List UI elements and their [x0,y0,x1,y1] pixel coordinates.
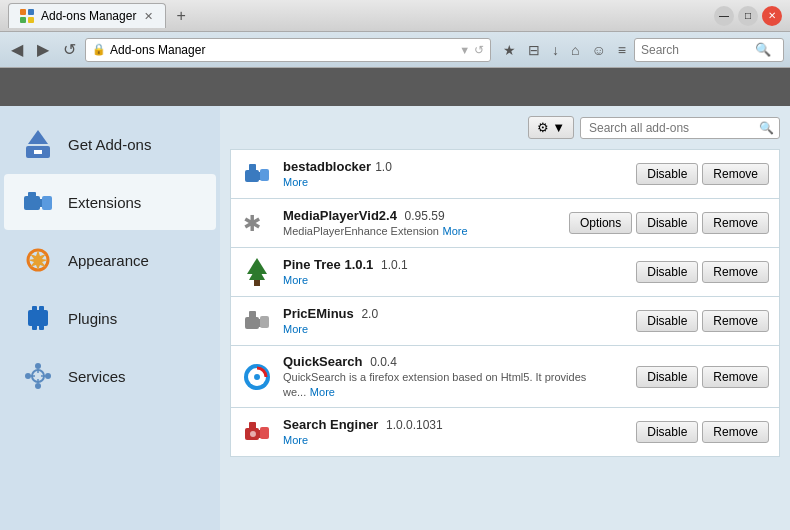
forward-button[interactable]: ▶ [32,38,54,61]
addon-actions-searchenginer: Disable Remove [636,421,769,443]
svg-rect-7 [24,196,40,210]
addon-desc-mediaplayervid: MediaPlayerEnhance Extension [283,225,439,237]
sidebar-item-appearance[interactable]: Appearance [4,232,216,288]
remove-button-bestadblocker[interactable]: Remove [702,163,769,185]
new-tab-button[interactable]: + [170,5,191,27]
maximize-button[interactable]: □ [738,6,758,26]
sidebar-item-services[interactable]: Services [4,348,216,404]
svg-rect-44 [249,422,256,429]
home-icon[interactable]: ⌂ [567,40,583,60]
remove-button-searchenginer[interactable]: Remove [702,421,769,443]
smiley-icon[interactable]: ☺ [588,40,610,60]
sidebar-item-plugins[interactable]: Plugins [4,290,216,346]
disable-button-searchenginer[interactable]: Disable [636,421,698,443]
addon-actions-bestadblocker: Disable Remove [636,163,769,185]
svg-point-40 [254,374,260,380]
tab-label: Add-ons Manager [41,9,136,23]
table-row: PricEMinus 2.0 More Disable Remove [230,296,780,345]
svg-text:✱: ✱ [243,211,261,236]
svg-point-20 [25,373,31,379]
svg-rect-36 [260,316,269,328]
svg-rect-12 [28,310,48,326]
remove-button-quicksearch[interactable]: Remove [702,366,769,388]
svg-point-19 [35,383,41,389]
disable-button-pinetree[interactable]: Disable [636,261,698,283]
sidebar-item-get-addons-label: Get Add-ons [68,136,151,153]
table-row: bestadblocker1.0 More Disable Remove [230,149,780,198]
svg-marker-5 [28,130,48,144]
addon-actions-mediaplayervid: Options Disable Remove [569,212,769,234]
window-controls: — □ ✕ [714,6,782,26]
nav-search-input[interactable] [641,43,751,57]
addon-more-mediaplayervid[interactable]: More [443,225,468,237]
download-icon[interactable]: ↓ [548,40,563,60]
disable-button-bestadblocker[interactable]: Disable [636,163,698,185]
svg-point-18 [35,363,41,369]
addon-name-quicksearch: QuickSearch 0.0.4 [283,354,626,369]
sidebar-item-get-addons[interactable]: Get Add-ons [4,116,216,172]
nav-search-icon[interactable]: 🔍 [755,42,771,57]
get-addons-icon [20,126,56,162]
addons-search-input[interactable] [580,117,780,139]
tab-close-button[interactable]: ✕ [142,10,155,23]
sidebar-item-plugins-label: Plugins [68,310,117,327]
disable-button-mediaplayervid[interactable]: Disable [636,212,698,234]
svg-point-45 [250,431,256,437]
menu-icon[interactable]: ≡ [614,40,630,60]
addon-icon-bestadblocker [241,158,273,190]
svg-rect-26 [245,170,259,182]
browser-tab[interactable]: Add-ons Manager ✕ [8,3,166,28]
back-button[interactable]: ◀ [6,38,28,61]
addon-info-quicksearch: QuickSearch 0.0.4 QuickSearch is a firef… [283,354,626,399]
tab-icon [19,8,35,24]
addon-more-priceminus[interactable]: More [283,323,308,335]
addons-search-wrapper: 🔍 [580,117,780,139]
addon-info-searchenginer: Search Enginer 1.0.0.1031 More [283,417,626,447]
minimize-button[interactable]: — [714,6,734,26]
appearance-icon [20,242,56,278]
disable-button-quicksearch[interactable]: Disable [636,366,698,388]
address-bar[interactable]: 🔒 ▼ ↺ [85,38,491,62]
content-area: ⚙ ▼ 🔍 [220,106,790,530]
svg-rect-16 [39,324,44,330]
remove-button-mediaplayervid[interactable]: Remove [702,212,769,234]
close-button[interactable]: ✕ [762,6,782,26]
addons-search-bar: ⚙ ▼ 🔍 [230,116,780,139]
addon-info-pinetree: Pine Tree 1.0.1 1.0.1 More [283,257,626,287]
address-input[interactable] [110,43,455,57]
addon-actions-pinetree: Disable Remove [636,261,769,283]
addon-info-bestadblocker: bestadblocker1.0 More [283,159,626,189]
addons-settings-button[interactable]: ⚙ ▼ [528,116,574,139]
disable-button-priceminus[interactable]: Disable [636,310,698,332]
options-button-mediaplayervid[interactable]: Options [569,212,632,234]
addon-icon-mediaplayervid: ✱ [241,207,273,239]
addon-more-bestadblocker[interactable]: More [283,176,308,188]
addon-name-bestadblocker: bestadblocker1.0 [283,159,626,174]
addon-more-quicksearch[interactable]: More [310,386,335,398]
address-dropdown-icon[interactable]: ▼ [459,44,470,56]
bookmark-icon[interactable]: ★ [499,40,520,60]
reload-button[interactable]: ↺ [58,38,81,61]
sidebar-item-extensions[interactable]: Extensions [4,174,216,230]
address-secure-icon: 🔒 [92,43,106,56]
nav-search-bar[interactable]: 🔍 [634,38,784,62]
addon-more-searchenginer[interactable]: More [283,434,308,446]
remove-button-pinetree[interactable]: Remove [702,261,769,283]
addon-icon-priceminus [241,305,273,337]
table-row: Pine Tree 1.0.1 1.0.1 More Disable Remov… [230,247,780,296]
addon-actions-quicksearch: Disable Remove [636,366,769,388]
bookmark-list-icon[interactable]: ⊟ [524,40,544,60]
sidebar: Get Add-ons Extensions Appea [0,106,220,530]
svg-rect-3 [28,17,34,23]
addon-name-mediaplayervid: MediaPlayerVid2.4 0.95.59 [283,208,559,223]
extensions-icon [20,184,56,220]
reload-small-icon[interactable]: ↺ [474,43,484,57]
sidebar-item-extensions-label: Extensions [68,194,141,211]
svg-rect-6 [34,150,42,154]
addon-more-pinetree[interactable]: More [283,274,308,286]
nav-bar: ◀ ▶ ↺ 🔒 ▼ ↺ ★ ⊟ ↓ ⌂ ☺ ≡ 🔍 [0,32,790,68]
remove-button-priceminus[interactable]: Remove [702,310,769,332]
addon-name-priceminus: PricEMinus 2.0 [283,306,626,321]
addon-name-searchenginer: Search Enginer 1.0.0.1031 [283,417,626,432]
nav-icon-group: ★ ⊟ ↓ ⌂ ☺ ≡ [499,40,630,60]
